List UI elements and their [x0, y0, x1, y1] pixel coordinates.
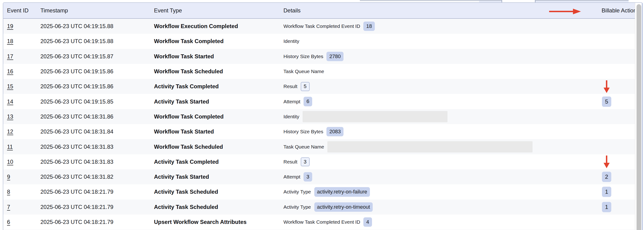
- event-type-cell: Activity Task Scheduled: [154, 189, 284, 195]
- event-type-cell: Workflow Task Started: [154, 128, 284, 135]
- details-cell: History Size Bytes2083: [284, 127, 578, 136]
- cutoff-ui-fragment: [502, 0, 536, 2]
- column-header-event_id: Event ID: [7, 7, 40, 14]
- billable-actions-chip: 1: [602, 202, 611, 212]
- event-type-text: Workflow Task Started: [154, 128, 214, 135]
- event-id-link[interactable]: 15: [7, 83, 13, 90]
- table-body: 192025-06-23 UTC 04:19:15.88Workflow Exe…: [3, 19, 642, 230]
- billable-actions-chip: 2: [602, 172, 611, 182]
- detail-value-chip: 2083: [326, 127, 344, 136]
- column-header-label: Billable Actions: [602, 7, 639, 14]
- timestamp-cell: 2025-06-23 UTC 04:18:31.83: [40, 144, 154, 150]
- column-header-billable: Billable Actions: [585, 7, 642, 14]
- detail-label: Identity: [284, 114, 299, 120]
- table-row-event-16: 162025-06-23 UTC 04:19:15.86Workflow Tas…: [3, 64, 635, 79]
- timestamp-text: 2025-06-23 UTC 04:18:31.83: [40, 159, 113, 165]
- event-id-link[interactable]: 11: [7, 144, 13, 150]
- red-down-arrow-annotation: [603, 80, 610, 93]
- timestamp-cell: 2025-06-23 UTC 04:18:21.79: [40, 189, 154, 195]
- detail-label: Result: [284, 159, 298, 165]
- event-type-text: Activity Task Completed: [154, 83, 219, 90]
- event-id-cell: 16: [7, 68, 40, 75]
- event-type-cell: Workflow Task Completed: [154, 38, 284, 45]
- column-header-event_type: Event Type: [154, 7, 284, 14]
- red-down-arrow-annotation: [603, 155, 610, 168]
- timestamp-text: 2025-06-23 UTC 04:18:31.82: [40, 174, 113, 180]
- detail-value-chip: 6: [304, 97, 312, 106]
- detail-label: Identity: [284, 38, 299, 44]
- event-type-cell: Activity Task Scheduled: [154, 204, 284, 210]
- detail-value-chip: 3: [301, 157, 310, 166]
- detail-value-chip: 4: [363, 217, 372, 227]
- billable-actions-chip: 5: [602, 96, 611, 107]
- event-id-link[interactable]: 7: [7, 204, 10, 210]
- table-row-event-12: 122025-06-23 UTC 04:18:31.84Workflow Tas…: [3, 124, 635, 139]
- detail-label: Activity Type: [284, 189, 311, 195]
- billable-actions-chip: 1: [602, 187, 611, 197]
- timestamp-text: 2025-06-23 UTC 04:18:31.84: [40, 128, 113, 135]
- timestamp-cell: 2025-06-23 UTC 04:19:15.88: [40, 23, 154, 30]
- detail-label: History Size Bytes: [284, 54, 323, 59]
- table-row-event-15: 152025-06-23 UTC 04:19:15.86Activity Tas…: [3, 79, 635, 94]
- table-row-event-7: 72025-06-23 UTC 04:18:21.79Activity Task…: [3, 199, 635, 214]
- event-id-cell: 11: [7, 144, 40, 150]
- timestamp-cell: 2025-06-23 UTC 04:19:15.85: [40, 98, 154, 105]
- detail-label: Activity Type: [284, 204, 311, 210]
- event-id-cell: 8: [7, 189, 40, 195]
- details-cell: Attempt3: [284, 172, 578, 181]
- detail-label: Workflow Task Completed Event ID: [284, 219, 360, 225]
- event-type-cell: Workflow Task Scheduled: [154, 144, 284, 150]
- event-type-cell: Workflow Task Scheduled: [154, 68, 284, 75]
- event-id-link[interactable]: 9: [7, 174, 10, 180]
- event-type-text: Activity Task Scheduled: [154, 189, 218, 195]
- column-header-label: Details: [284, 7, 300, 14]
- table-row-event-19: 192025-06-23 UTC 04:19:15.88Workflow Exe…: [3, 19, 635, 34]
- event-id-link[interactable]: 16: [7, 68, 13, 75]
- event-type-cell: Activity Task Started: [154, 98, 284, 105]
- column-header-timestamp: Timestamp: [40, 7, 154, 14]
- event-type-text: Workflow Task Completed: [154, 38, 224, 45]
- redacted-value: [302, 111, 448, 122]
- detail-value-chip: activity.retry-on-failure: [314, 187, 370, 196]
- timestamp-text: 2025-06-23 UTC 04:18:31.83: [40, 144, 113, 150]
- detail-label: Workflow Task Completed Event ID: [284, 23, 360, 29]
- detail-label: Attempt: [284, 174, 300, 180]
- billable-actions-cell: 5: [578, 96, 635, 107]
- event-id-link[interactable]: 8: [7, 189, 10, 195]
- event-id-link[interactable]: 12: [7, 128, 13, 135]
- event-id-link[interactable]: 13: [7, 113, 13, 120]
- table-row-event-13: 132025-06-23 UTC 04:18:31.86Workflow Tas…: [3, 109, 635, 124]
- table-row-event-18: 182025-06-23 UTC 04:19:15.88Workflow Tas…: [3, 34, 635, 49]
- event-type-cell: Workflow Task Completed: [154, 113, 284, 120]
- scrollbar-thumb[interactable]: [636, 4, 641, 230]
- detail-value-chip: 18: [363, 22, 374, 31]
- event-type-cell: Activity Task Started: [154, 174, 284, 180]
- event-history-table: Event IDTimestampEvent TypeDetailsBillab…: [3, 2, 642, 230]
- event-id-cell: 9: [7, 174, 40, 180]
- event-id-cell: 14: [7, 98, 40, 105]
- details-cell: Result5: [284, 82, 578, 91]
- event-id-link[interactable]: 17: [7, 53, 13, 60]
- timestamp-cell: 2025-06-23 UTC 04:19:15.88: [40, 38, 154, 45]
- event-id-cell: 15: [7, 83, 40, 90]
- event-id-link[interactable]: 19: [7, 23, 13, 30]
- details-cell: History Size Bytes2780: [284, 52, 578, 61]
- details-cell: Attempt6: [284, 97, 578, 106]
- table-row-event-6: 62025-06-23 UTC 04:18:21.79Upsert Workfl…: [3, 214, 635, 229]
- event-id-link[interactable]: 14: [7, 98, 13, 105]
- event-id-cell: 12: [7, 128, 40, 135]
- timestamp-text: 2025-06-23 UTC 04:18:21.79: [40, 219, 113, 225]
- event-id-link[interactable]: 10: [7, 159, 13, 165]
- event-id-link[interactable]: 6: [7, 219, 10, 225]
- details-cell: Identity: [284, 38, 578, 44]
- event-type-text: Activity Task Started: [154, 174, 209, 180]
- detail-label: History Size Bytes: [284, 129, 323, 135]
- timestamp-cell: 2025-06-23 UTC 04:18:31.84: [40, 128, 154, 135]
- timestamp-cell: 2025-06-23 UTC 04:18:31.86: [40, 113, 154, 120]
- details-cell: Workflow Task Completed Event ID4: [284, 217, 578, 227]
- event-id-link[interactable]: 18: [7, 38, 13, 45]
- vertical-scrollbar[interactable]: [635, 3, 642, 230]
- details-cell: Identity: [284, 111, 578, 122]
- timestamp-text: 2025-06-23 UTC 04:18:21.79: [40, 189, 113, 195]
- detail-label: Task Queue Name: [284, 144, 324, 150]
